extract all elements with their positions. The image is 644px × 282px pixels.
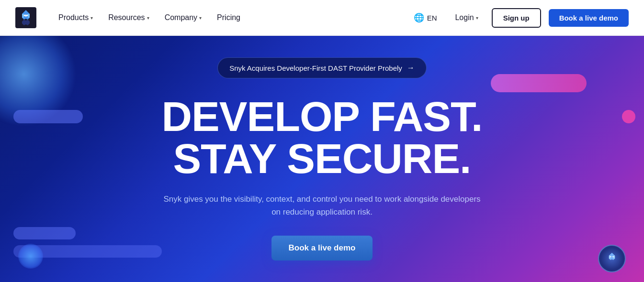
book-demo-button-hero[interactable]: Book a live demo xyxy=(271,236,373,260)
blob-dot-right xyxy=(622,110,635,123)
hero-subtext: Snyk gives you the visibility, context, … xyxy=(159,193,485,218)
navbar: Products ▾ Resources ▾ Company ▾ Pricing… xyxy=(0,0,644,36)
nav-item-company[interactable]: Company ▾ xyxy=(158,10,208,26)
language-selector[interactable]: 🌐 EN xyxy=(409,10,442,26)
blob-circle-left xyxy=(18,244,43,269)
announcement-arrow-icon: → xyxy=(407,64,415,72)
nav-links: Products ▾ Resources ▾ Company ▾ Pricing xyxy=(52,10,409,26)
svg-point-3 xyxy=(610,256,611,257)
announcement-text: Snyk Acquires Developer-First DAST Provi… xyxy=(229,64,402,72)
snyk-logo-icon xyxy=(15,7,36,28)
logo-link[interactable] xyxy=(15,7,36,28)
hero-headline-line1: DEVELOP FAST. xyxy=(162,96,483,138)
resources-chevron-icon: ▾ xyxy=(147,15,149,21)
blob-bar-left1 xyxy=(13,110,83,123)
company-chevron-icon: ▾ xyxy=(199,15,202,21)
svg-point-4 xyxy=(612,256,613,257)
hero-headline-line2: STAY SECURE. xyxy=(162,138,483,180)
announcement-pill[interactable]: Snyk Acquires Developer-First DAST Provi… xyxy=(217,57,427,78)
svg-point-1 xyxy=(24,15,25,16)
hero-section: Snyk Acquires Developer-First DAST Provi… xyxy=(0,36,644,282)
blob-pill-top-right xyxy=(491,74,587,92)
signup-button[interactable]: Sign up xyxy=(492,8,541,28)
nav-item-resources[interactable]: Resources ▾ xyxy=(102,10,156,26)
hero-headline: DEVELOP FAST. STAY SECURE. xyxy=(162,96,483,180)
blob-bar-left2 xyxy=(13,227,76,239)
nav-item-products[interactable]: Products ▾ xyxy=(52,10,100,26)
blob-avatar-right xyxy=(598,245,626,272)
nav-right: 🌐 EN Login ▾ Sign up Book a live demo xyxy=(409,8,629,28)
login-chevron-icon: ▾ xyxy=(476,15,478,21)
book-demo-button-nav[interactable]: Book a live demo xyxy=(549,9,629,27)
nav-item-pricing[interactable]: Pricing xyxy=(210,10,247,26)
svg-point-2 xyxy=(27,15,28,16)
globe-icon: 🌐 xyxy=(414,12,424,23)
login-button[interactable]: Login ▾ xyxy=(449,10,484,26)
products-chevron-icon: ▾ xyxy=(90,15,93,21)
